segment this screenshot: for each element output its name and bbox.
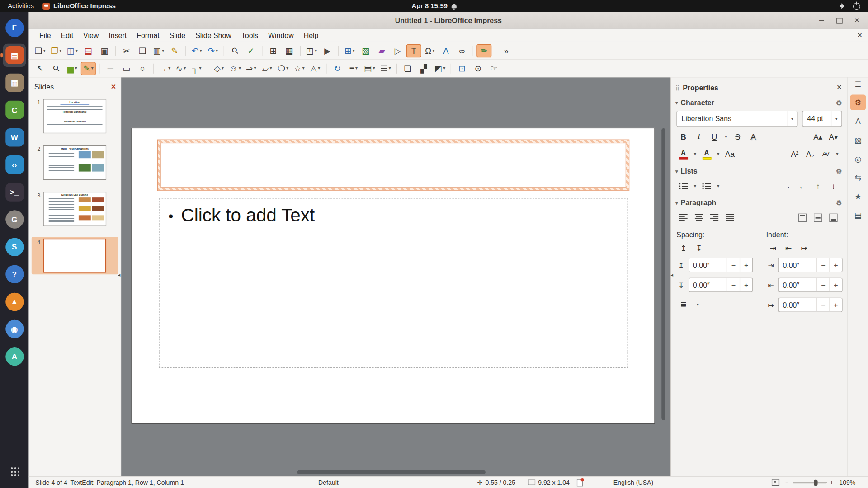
image-filter-button[interactable]: ◩▾ [432, 62, 447, 75]
flowchart-shapes-button[interactable]: ▱▾ [259, 62, 274, 75]
workspace[interactable]: • Click to add Text [121, 77, 670, 476]
title-placeholder-edit-area[interactable] [160, 143, 626, 188]
dropdown-arrow-icon[interactable]: ▾ [355, 66, 358, 71]
edit-points-button[interactable]: ⊡ [454, 62, 469, 75]
close-window-button[interactable]: ✕ [853, 16, 862, 25]
minimize-button[interactable]: ─ [817, 16, 826, 25]
insert-special-character-button[interactable]: Ω▾ [422, 44, 437, 57]
slide-template-status[interactable]: Default [318, 477, 339, 488]
display-views-button[interactable]: ◰▾ [304, 44, 319, 57]
maximize-button[interactable] [835, 16, 844, 25]
content-placeholder[interactable]: • Click to add Text [159, 198, 628, 368]
interaction-button[interactable]: ☞ [486, 62, 501, 75]
libreoffice-impress-dock-item[interactable]: ▤ [3, 43, 26, 66]
menu-edit[interactable]: Edit [56, 30, 78, 41]
underline-dropdown-icon[interactable]: ▾ [723, 130, 729, 143]
font-color-dropdown-icon[interactable]: ▾ [692, 147, 698, 160]
decrement-button[interactable]: − [816, 258, 829, 272]
dropdown-arrow-icon[interactable]: ▾ [353, 48, 355, 53]
paste-button[interactable]: ▥▾ [151, 44, 166, 57]
language-status[interactable]: English (USA) [613, 477, 653, 488]
insert-fontwork-button[interactable]: A [439, 44, 453, 57]
libreoffice-writer-dock-item[interactable]: W [3, 126, 26, 149]
fill-color-button[interactable]: ▅▾ [65, 62, 80, 75]
unordered-list-dropdown-icon[interactable]: ▾ [692, 179, 698, 192]
arrange-button[interactable]: ▤▾ [362, 62, 377, 75]
animation-tab[interactable]: ★ [850, 189, 866, 204]
dropdown-arrow-icon[interactable]: ▾ [239, 66, 241, 71]
dropdown-arrow-icon[interactable]: ▾ [302, 66, 305, 71]
show-applications-button[interactable] [3, 459, 26, 482]
increase-paragraph-spacing-button[interactable]: ↥ [676, 241, 690, 254]
callout-shapes-button[interactable]: ❍▾ [276, 62, 291, 75]
dropdown-arrow-icon[interactable]: ▾ [200, 48, 202, 53]
first-line-indent-field[interactable]: 0.00″ − + [778, 298, 843, 312]
menu-view[interactable]: View [78, 30, 104, 41]
before-text-indent-field[interactable]: 0.00″ − + [778, 258, 843, 272]
dropdown-arrow-icon[interactable]: ▾ [315, 48, 317, 53]
close-sidebar-deck-button[interactable]: ✕ [836, 84, 842, 91]
hanging-indent-button[interactable]: ↦ [797, 241, 811, 254]
zoom-and-pan-button[interactable]: ⚲ [49, 62, 64, 75]
rectangle-button[interactable]: ▭ [119, 62, 134, 75]
dropdown-arrow-icon[interactable]: ▾ [286, 66, 288, 71]
chromium-dock-item[interactable]: ◉ [3, 317, 26, 340]
insert-table-button[interactable]: ⊞▾ [342, 44, 357, 57]
skype-dock-item[interactable]: S [3, 235, 26, 258]
zoom-out-button[interactable]: − [785, 477, 788, 488]
menu-slide-show[interactable]: Slide Show [190, 30, 236, 41]
horizontal-scrollbar[interactable] [121, 470, 670, 475]
dropdown-arrow-icon[interactable]: ▾ [389, 66, 391, 71]
sidebar-collapse-handle[interactable]: ◂ [670, 272, 673, 277]
vertical-scrollbar-thumb[interactable] [661, 128, 665, 420]
slide-thumbnail-4[interactable] [43, 239, 107, 273]
font-color-button[interactable]: A [676, 146, 690, 161]
ellipse-button[interactable]: ○ [135, 62, 150, 75]
save-button[interactable]: ◫▾ [65, 44, 80, 57]
dropdown-arrow-icon[interactable]: ▾ [75, 48, 78, 53]
dropdown-arrow-icon[interactable]: ▾ [222, 66, 224, 71]
center-vertically-button[interactable] [811, 211, 825, 224]
libreoffice-calc-dock-item[interactable]: C [3, 98, 26, 121]
new-document-button[interactable]: ❏▾ [33, 44, 47, 57]
help-dock-item[interactable]: ? [3, 263, 26, 286]
gimp-dock-item[interactable]: G [3, 208, 26, 231]
line-spacing-dropdown-icon[interactable]: ▾ [695, 298, 701, 311]
toggle-shadow-button[interactable]: A [746, 130, 760, 143]
above-spacing-value[interactable]: 0.00″ [689, 261, 726, 269]
line-color-button[interactable]: ✎▾ [81, 62, 96, 75]
redo-button[interactable]: ↷▾ [205, 44, 220, 57]
increment-button[interactable]: + [829, 258, 842, 272]
subscript-button[interactable]: A₂ [803, 147, 817, 160]
above-paragraph-spacing-field[interactable]: 0.00″ − + [689, 258, 753, 272]
strikethrough-button[interactable]: S [731, 130, 745, 143]
grip-icon[interactable]: ⣿ [675, 84, 679, 90]
zoom-fit-button[interactable] [772, 477, 779, 488]
unordered-list-button[interactable] [676, 179, 690, 192]
clone-formatting-button[interactable]: ✎ [167, 44, 182, 57]
paragraph-section-header[interactable]: ▾ Paragraph ⚙ [671, 194, 848, 209]
slide-row-3[interactable]: 3 Delicious Dali Cuisine [32, 190, 118, 228]
increase-font-size-button[interactable]: A▴ [811, 130, 825, 143]
ordered-list-dropdown-icon[interactable]: ▾ [715, 179, 721, 192]
firefox-dock-item[interactable]: F [3, 16, 26, 39]
font-name-combobox[interactable]: Liberation Sans ▾ [676, 111, 797, 127]
dropdown-arrow-icon[interactable]: ▾ [59, 48, 61, 53]
gallery-tab[interactable]: ▧ [850, 132, 866, 148]
chevron-down-icon[interactable]: ▾ [831, 111, 841, 126]
clock-menu[interactable]: Apr 8 15:59 [412, 2, 457, 10]
toolbar-overflow-button[interactable]: » [499, 44, 514, 57]
decrease-indent-button[interactable]: ⇤ [782, 241, 796, 254]
lists-settings-icon[interactable]: ⚙ [836, 167, 842, 175]
font-size-value[interactable]: 44 pt [803, 114, 831, 122]
basic-shapes-button[interactable]: ◇▾ [212, 62, 226, 75]
insert-media-button[interactable]: ▷ [390, 44, 405, 57]
italic-button[interactable]: I [692, 130, 706, 143]
lists-section-header[interactable]: ▾ Lists ⚙ [671, 163, 848, 178]
move-up-button[interactable]: ↑ [811, 179, 825, 192]
dropdown-arrow-icon[interactable]: ▾ [270, 66, 272, 71]
decrement-button[interactable]: − [727, 258, 740, 272]
dropdown-arrow-icon[interactable]: ▾ [432, 48, 434, 53]
decrease-font-size-button[interactable]: A▾ [826, 130, 840, 143]
highlighting-color-button[interactable]: A [700, 146, 714, 161]
